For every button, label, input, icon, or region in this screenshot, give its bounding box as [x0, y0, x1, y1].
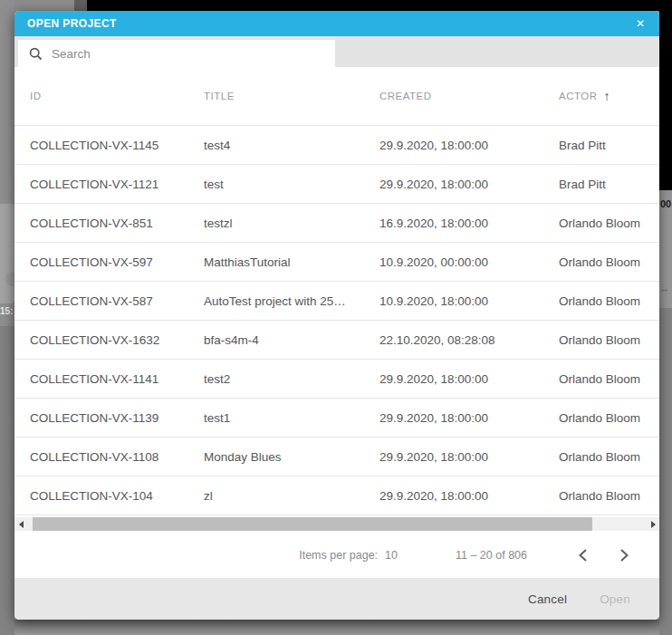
- row-id: COLLECTION-VX-1141: [30, 372, 204, 386]
- search-field-container: [18, 40, 335, 67]
- trim-icon: ↔: [659, 283, 669, 293]
- row-created: 22.10.2020, 08:28:08: [379, 333, 559, 347]
- table-row[interactable]: COLLECTION-VX-1121 test 29.9.2020, 18:00…: [14, 165, 659, 204]
- row-created: 29.9.2020, 18:00:00: [379, 372, 559, 386]
- background-bottom-strip: [14, 620, 659, 635]
- row-created: 29.9.2020, 18:00:00: [379, 411, 559, 425]
- row-created: 10.9.2020, 00:00:00: [379, 255, 559, 269]
- background-top-strip: [87, 0, 672, 11]
- row-created: 29.9.2020, 18:00:00: [379, 489, 559, 503]
- table-row[interactable]: COLLECTION-VX-1139 test1 29.9.2020, 18:0…: [14, 399, 659, 438]
- row-actor: Orlando Bloom: [559, 333, 659, 347]
- scroll-left-arrow-icon[interactable]: [14, 517, 27, 531]
- table-row[interactable]: COLLECTION-VX-1145 test4 29.9.2020, 18:0…: [14, 126, 659, 165]
- row-title: testzl: [204, 216, 379, 230]
- scrollbar-thumb[interactable]: [33, 517, 592, 531]
- background-counter-fragment: 00: [660, 198, 671, 209]
- row-id: COLLECTION-VX-1108: [30, 450, 204, 464]
- background-timecode-fragment: 15:: [0, 306, 13, 316]
- row-id: COLLECTION-VX-587: [30, 294, 204, 308]
- search-bar: [14, 36, 659, 67]
- row-title: test2: [204, 372, 379, 386]
- row-id: COLLECTION-VX-1145: [30, 139, 204, 152]
- horizontal-scrollbar: [14, 515, 659, 533]
- background-right-panel: 00 ↔: [659, 0, 672, 635]
- row-title: zl: [204, 489, 379, 503]
- row-actor: Brad Pitt: [559, 178, 659, 191]
- open-button[interactable]: Open: [600, 592, 630, 606]
- page-range-label: 11 – 20 of 806: [456, 549, 527, 562]
- row-id: COLLECTION-VX-597: [30, 255, 204, 269]
- background-top-panel-edge: [74, 0, 87, 11]
- row-actor: Brad Pitt: [559, 139, 659, 152]
- dialog-titlebar: OPEN PROJECT ✕: [14, 11, 659, 36]
- items-per-page-label: Items per page:: [299, 549, 378, 562]
- column-header-actor[interactable]: ACTOR ↑: [559, 89, 659, 103]
- dialog-footer: Cancel Open: [14, 578, 659, 620]
- row-actor: Orlando Bloom: [559, 450, 659, 464]
- row-title: AutoTest project with 25…: [204, 294, 379, 308]
- row-created: 16.9.2020, 18:00:00: [379, 216, 559, 230]
- search-input[interactable]: [43, 40, 335, 67]
- row-actor: Orlando Bloom: [559, 255, 659, 269]
- row-id: COLLECTION-VX-1632: [30, 333, 204, 347]
- row-id: COLLECTION-VX-1121: [30, 178, 204, 191]
- row-id: COLLECTION-VX-104: [30, 489, 204, 503]
- table-row[interactable]: COLLECTION-VX-1108 Monday Blues 29.9.202…: [14, 438, 659, 476]
- chevron-left-icon: [578, 548, 588, 563]
- background-right-dark-area: [659, 0, 672, 190]
- row-created: 29.9.2020, 18:00:00: [379, 139, 559, 152]
- row-created: 29.9.2020, 18:00:00: [379, 178, 559, 191]
- column-header-title[interactable]: TITLE: [204, 91, 379, 101]
- row-title: Monday Blues: [204, 450, 379, 464]
- dialog-title: OPEN PROJECT: [27, 17, 117, 30]
- row-actor: Orlando Bloom: [559, 489, 659, 503]
- background-left-panel-highlight: [0, 204, 14, 303]
- background-left-panel-lower: [0, 326, 14, 635]
- cancel-button[interactable]: Cancel: [528, 592, 567, 606]
- row-created: 10.9.2020, 18:00:00: [379, 294, 559, 308]
- table-row[interactable]: COLLECTION-VX-1141 test2 29.9.2020, 18:0…: [14, 360, 659, 399]
- open-project-dialog: OPEN PROJECT ✕ ID TITLE CREATED ACTOR ↑: [14, 11, 659, 620]
- row-id: COLLECTION-VX-1139: [30, 411, 204, 425]
- sort-ascending-icon: ↑: [604, 89, 611, 103]
- row-actor: Orlando Bloom: [559, 294, 659, 308]
- close-icon[interactable]: ✕: [630, 11, 650, 36]
- table-row[interactable]: COLLECTION-VX-851 testzl 16.9.2020, 18:0…: [14, 204, 659, 243]
- row-created: 29.9.2020, 18:00:00: [379, 450, 559, 464]
- table-row[interactable]: COLLECTION-VX-587 AutoTest project with …: [14, 282, 659, 321]
- row-actor: Orlando Bloom: [559, 411, 659, 425]
- search-icon: [29, 47, 43, 61]
- table-body: COLLECTION-VX-1145 test4 29.9.2020, 18:0…: [14, 126, 659, 515]
- row-title: test1: [204, 411, 379, 425]
- column-header-created[interactable]: CREATED: [379, 91, 559, 101]
- table-row[interactable]: COLLECTION-VX-597 MatthiasTutorial 10.9.…: [14, 243, 659, 282]
- scroll-right-arrow-icon[interactable]: [647, 517, 659, 531]
- paginator: Items per page: 10 11 – 20 of 806: [14, 533, 659, 578]
- table-row[interactable]: COLLECTION-VX-1632 bfa-s4m-4 22.10.2020,…: [14, 321, 659, 360]
- table-row[interactable]: COLLECTION-VX-104 zl 29.9.2020, 18:00:00…: [14, 476, 659, 515]
- background-left-panel: 15:: [0, 0, 14, 635]
- row-id: COLLECTION-VX-851: [30, 216, 204, 230]
- row-title: MatthiasTutorial: [204, 255, 379, 269]
- row-actor: Orlando Bloom: [559, 216, 659, 230]
- chevron-right-icon: [619, 548, 629, 563]
- column-header-id[interactable]: ID: [30, 91, 204, 101]
- row-actor: Orlando Bloom: [559, 372, 659, 386]
- table-header: ID TITLE CREATED ACTOR ↑: [14, 67, 659, 126]
- row-title: test: [204, 178, 379, 191]
- background-right-panel-lower: [659, 308, 672, 635]
- row-title: test4: [204, 139, 379, 152]
- next-page-button[interactable]: [612, 544, 636, 567]
- previous-page-button[interactable]: [571, 544, 594, 567]
- row-title: bfa-s4m-4: [204, 333, 379, 347]
- items-per-page-select[interactable]: 10: [385, 549, 398, 562]
